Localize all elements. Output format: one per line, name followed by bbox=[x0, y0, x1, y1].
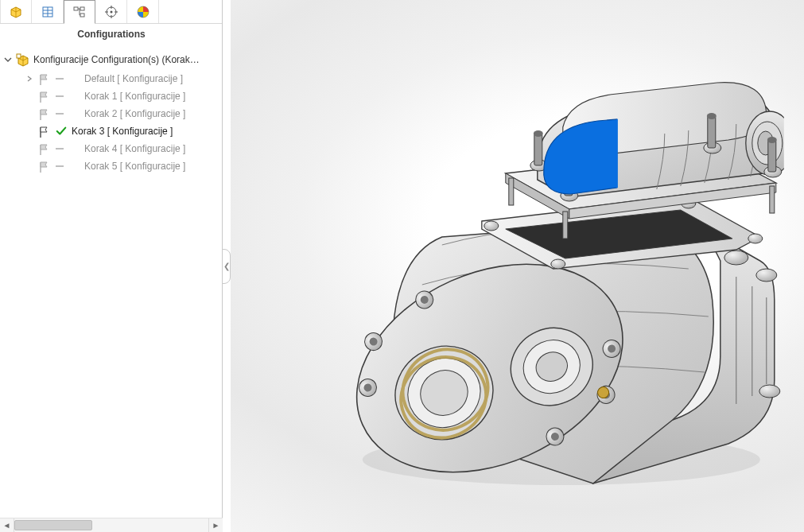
config-flag-icon bbox=[38, 125, 51, 138]
scroll-left-button[interactable]: ◄ bbox=[0, 518, 14, 532]
svg-rect-59 bbox=[707, 116, 715, 148]
property-tab[interactable] bbox=[32, 0, 64, 23]
svg-point-63 bbox=[706, 113, 716, 119]
scroll-track[interactable] bbox=[14, 518, 208, 532]
configurations-root-label: Konfiguracije Configuration(s) (Korak… bbox=[33, 54, 200, 65]
dash-icon bbox=[56, 165, 64, 167]
svg-point-19 bbox=[759, 385, 779, 398]
config-item-default[interactable]: Default [ Konfiguracije ] bbox=[22, 70, 223, 87]
dash-icon bbox=[56, 95, 64, 97]
svg-point-45 bbox=[550, 259, 565, 269]
config-item-korak2[interactable]: Korak 2 [ Konfiguracije ] bbox=[22, 105, 223, 122]
caret-right-icon bbox=[25, 75, 33, 83]
feature-manager-panel: Configurations Konfiguracije Configurati… bbox=[0, 0, 223, 532]
feature-tree-tab[interactable] bbox=[0, 0, 32, 23]
dash-icon bbox=[56, 113, 64, 115]
graphics-viewport[interactable] bbox=[231, 0, 804, 532]
svg-rect-57 bbox=[534, 134, 542, 165]
scroll-right-button[interactable]: ► bbox=[208, 518, 223, 532]
scroll-thumb[interactable] bbox=[14, 520, 92, 530]
config-item-label: Korak 3 [ Konfiguracije ] bbox=[72, 126, 173, 137]
config-flag-icon bbox=[38, 72, 51, 85]
panel-title: Configurations bbox=[0, 24, 223, 45]
configurations-tree: Konfiguracije Configuration(s) (Korak… D… bbox=[0, 45, 223, 518]
svg-point-64 bbox=[767, 137, 776, 143]
splitter-handle-icon[interactable]: ❮ bbox=[222, 249, 231, 284]
configurations-list: Default [ Konfiguracije ] Korak 1 [ Konf… bbox=[0, 68, 223, 175]
target-icon bbox=[104, 5, 118, 19]
svg-point-17 bbox=[724, 250, 748, 265]
panel-tabstrip bbox=[0, 0, 223, 24]
svg-point-42 bbox=[484, 221, 498, 231]
cube-icon bbox=[9, 5, 23, 19]
config-item-korak1[interactable]: Korak 1 [ Konfiguracije ] bbox=[22, 87, 223, 105]
config-flag-icon bbox=[38, 107, 51, 120]
dimxpert-tab[interactable] bbox=[95, 0, 127, 23]
sphere-icon bbox=[136, 5, 150, 19]
app-root: Configurations Konfiguracije Configurati… bbox=[0, 0, 804, 532]
check-icon bbox=[56, 126, 67, 137]
config-item-label: Korak 5 [ Konfiguracije ] bbox=[84, 161, 185, 172]
configurations-root[interactable]: Konfiguracije Configuration(s) (Korak… bbox=[0, 51, 223, 68]
config-flag-icon bbox=[38, 90, 51, 103]
svg-point-61 bbox=[533, 130, 542, 137]
config-item-label: Korak 4 [ Konfiguracije ] bbox=[84, 143, 185, 154]
svg-rect-46 bbox=[508, 178, 513, 205]
svg-point-18 bbox=[755, 269, 776, 282]
config-item-korak3[interactable]: Korak 3 [ Konfiguracije ] bbox=[22, 122, 223, 140]
config-item-label: Korak 1 [ Konfiguracije ] bbox=[84, 91, 185, 102]
appearances-tab[interactable] bbox=[127, 0, 159, 23]
assembly-icon bbox=[16, 52, 30, 67]
config-item-label: Default [ Konfiguracije ] bbox=[84, 73, 183, 84]
tree-icon bbox=[72, 5, 87, 19]
panel-splitter[interactable]: ❮ bbox=[223, 0, 231, 532]
config-item-label: Korak 2 [ Konfiguracije ] bbox=[84, 108, 185, 119]
config-flag-icon bbox=[38, 160, 51, 173]
model-graphic bbox=[290, 62, 783, 491]
config-item-korak5[interactable]: Korak 5 [ Konfiguracije ] bbox=[22, 157, 223, 175]
svg-rect-48 bbox=[769, 186, 774, 213]
grid-icon bbox=[41, 5, 55, 19]
config-item-korak4[interactable]: Korak 4 [ Konfiguracije ] bbox=[22, 140, 223, 157]
svg-rect-47 bbox=[562, 212, 567, 239]
dash-icon bbox=[56, 78, 64, 80]
panel-h-scrollbar[interactable]: ◄ ► bbox=[0, 518, 223, 532]
svg-point-44 bbox=[748, 234, 762, 243]
config-flag-icon bbox=[38, 142, 51, 155]
svg-rect-60 bbox=[767, 140, 775, 172]
configurations-tab[interactable] bbox=[64, 0, 95, 24]
caret-down-icon bbox=[3, 55, 13, 64]
dash-icon bbox=[56, 148, 64, 150]
